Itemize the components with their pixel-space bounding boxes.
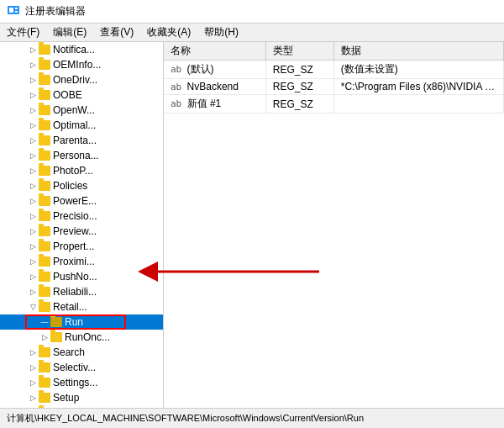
cell-type: REG_SZ [265,61,333,79]
ab-icon: ab [171,98,181,109]
tree-item-search[interactable]: ▷ Search [0,345,163,360]
app-window: 注册表编辑器 文件(F) 编辑(E) 查看(V) 收藏夹(A) 帮助(H) ▷ … [0,0,504,428]
folder-icon [39,151,50,161]
tree-item-optimal[interactable]: ▷ Optimal... [0,118,163,133]
col-data: 数据 [333,42,503,61]
tree-item-proximi[interactable]: ▷ Proximi... [0,254,163,269]
tree-item-onedrive[interactable]: ▷ OneDriv... [0,72,163,87]
folder-icon [39,287,50,297]
expand-icon: ▷ [27,104,39,116]
tree-item-oobe[interactable]: ▷ OOBE [0,87,163,103]
menu-help[interactable]: 帮助(H) [197,24,245,41]
tree-item-propert[interactable]: ▷ Propert... [0,239,163,254]
right-panel: 名称 类型 数据 ab (默认) REG_SZ (数值未设置) [164,42,504,408]
cell-data: *C:\Program Files (x86)\NVIDIA Corpora [333,79,503,95]
tree-item-parenta[interactable]: ▷ Parenta... [0,133,163,148]
tree-label: Policies [53,180,87,192]
tree-item-powere[interactable]: ▷ PowerE... [0,193,163,209]
expand-icon: ▷ [27,377,39,388]
tree-label: Selectiv... [53,362,96,373]
folder-icon [39,181,50,191]
tree-label: Reliabili... [53,286,97,298]
tree-item-setup[interactable]: ▷ Setup [0,390,163,405]
tree-item-photop[interactable]: ▷ PhotoP... [0,163,163,178]
tree-label: Propert... [53,240,94,252]
menu-file[interactable]: 文件(F) [0,24,46,41]
title-bar: 注册表编辑器 [0,0,504,24]
tree-item-persona[interactable]: ▷ Persona... [0,148,163,163]
tree-label: PowerE... [53,195,97,207]
tree-label: RunOnc... [65,331,110,343]
cell-name: ab NvBackend [164,79,265,95]
expand-icon: ▷ [27,135,39,146]
tree-label: Preview... [53,225,97,237]
tree-item-run[interactable]: — Run [0,314,163,330]
tree-item-retail[interactable]: ▽ Retail... [0,299,163,314]
tree-label: Proximi... [53,256,95,267]
table-row[interactable]: ab (默认) REG_SZ (数值未设置) [164,61,504,79]
expand-icon: ▽ [27,301,39,313]
app-title: 注册表编辑器 [25,4,86,18]
menu-favorites[interactable]: 收藏夹(A) [140,24,197,41]
tree-label: Settings... [53,377,97,388]
folder-icon [39,256,50,267]
folder-icon [50,317,62,327]
tree-item-precisio[interactable]: ▷ Precisio... [0,209,163,224]
table-row[interactable]: ab NvBackend REG_SZ *C:\Program Files (x… [164,79,504,95]
app-icon [7,3,20,19]
svg-rect-3 [15,11,18,13]
tree-label: Persona... [53,150,99,161]
expand-icon: ▷ [27,256,39,267]
cell-name: ab (默认) [164,61,265,79]
tree-item-notifica[interactable]: ▷ Notifica... [0,42,163,57]
svg-rect-2 [15,8,18,9]
cell-type: REG_SZ [265,79,333,95]
tree-item-oeminfo[interactable]: ▷ OEMInfo... [0,57,163,72]
tree-label: Setup [53,392,79,404]
tree-label: Precisio... [53,210,97,222]
cell-data [333,95,503,114]
expand-icon: ▷ [39,331,50,343]
folder-icon [39,347,50,357]
tree-label: OEMInfo... [53,59,101,71]
folder-icon [39,45,50,55]
table-row[interactable]: ab 新值 #1 REG_SZ [164,95,504,114]
folder-icon [39,302,50,312]
tree-label: OneDriv... [53,74,97,86]
expand-icon: ▷ [27,346,39,358]
tree-item-runonce[interactable]: ▷ RunOnc... [0,330,163,345]
main-layout: ▷ Notifica... ▷ OEMInfo... ▷ OneDriv... … [0,42,504,408]
tree-item-policies[interactable]: ▷ Policies [0,178,163,193]
expand-icon: ▷ [27,150,39,161]
tree-item-settings[interactable]: ▷ Settings... [0,375,163,390]
svg-rect-1 [9,8,13,13]
status-path: 计算机\HKEY_LOCAL_MACHINE\SOFTWARE\Microsof… [7,412,364,425]
tree-item-preview[interactable]: ▷ Preview... [0,224,163,239]
tree-item-reliabili[interactable]: ▷ Reliabili... [0,284,163,299]
tree-item-selectiv[interactable]: ▷ Selectiv... [0,360,163,375]
tree-item-openw[interactable]: ▷ OpenW... [0,103,163,118]
ab-icon: ab [171,64,181,75]
cell-type: REG_SZ [265,95,333,114]
tree-item-pushno[interactable]: ▷ PushNo... [0,269,163,284]
folder-icon [39,378,50,388]
menu-edit[interactable]: 编辑(E) [46,24,93,41]
folder-icon [39,120,50,130]
expand-icon: ▷ [27,195,39,207]
tree-label: Optimal... [53,119,96,131]
registry-table: 名称 类型 数据 ab (默认) REG_SZ (数值未设置) [164,42,504,114]
expand-icon: ▷ [27,89,39,101]
folder-icon [39,60,50,70]
tree-label: PushNo... [53,271,97,283]
col-type: 类型 [265,42,333,61]
tree-label: OpenW... [53,104,95,116]
folder-icon [39,196,50,206]
expand-icon: ▷ [27,44,39,55]
expand-icon: — [39,316,50,328]
menu-view[interactable]: 查看(V) [93,24,140,41]
folder-icon [39,211,50,221]
tree-label: Notifica... [53,44,95,55]
tree-panel[interactable]: ▷ Notifica... ▷ OEMInfo... ▷ OneDriv... … [0,42,164,408]
folder-icon [39,75,50,85]
cell-name: ab 新值 #1 [164,95,265,114]
